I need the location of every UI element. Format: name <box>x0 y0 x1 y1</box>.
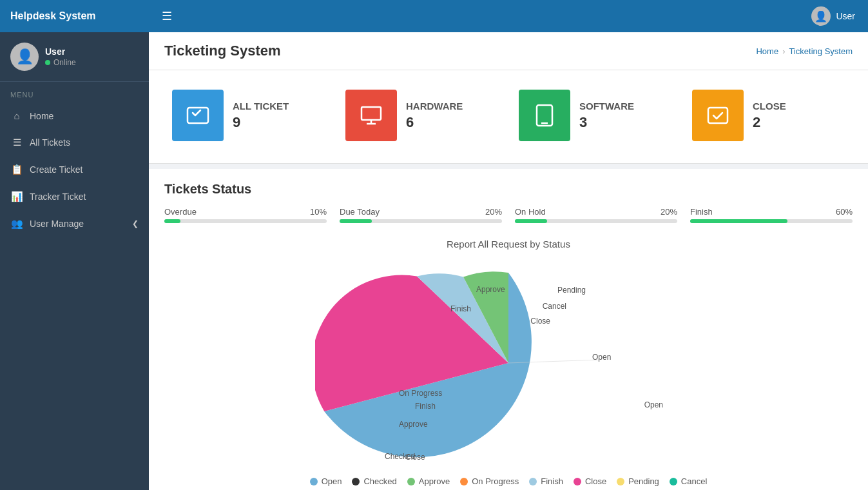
breadcrumb-separator: › <box>782 46 785 56</box>
stat-card-all-ticket: ALL TICKET 9 <box>162 83 335 148</box>
user-name: User <box>45 46 76 57</box>
topbar-avatar: 👤 <box>811 6 831 26</box>
user-info: User Online <box>45 46 76 67</box>
legend-dot-6 <box>617 478 624 485</box>
legend-label-2: Approve <box>419 476 450 486</box>
progress-label-1: Due Today <box>340 207 380 217</box>
stat-value-close: 2 <box>753 114 786 131</box>
legend-label-6: Pending <box>628 476 659 486</box>
avatar: 👤 <box>10 43 39 71</box>
page-header: Ticketing System Home › Ticketing System <box>149 32 868 70</box>
legend-dot-1 <box>352 478 360 485</box>
progress-pct-1: 20% <box>485 207 502 217</box>
progress-bar-fill-3 <box>690 219 787 223</box>
legend-item-1: Checked <box>352 476 396 486</box>
progress-bar-bg-0 <box>164 219 327 223</box>
pie-chart-wrapper: Open Close Finish Approve Pending Cancel… <box>315 260 702 466</box>
stat-value-software: 3 <box>579 114 634 131</box>
topbar-right: 👤 User <box>811 6 855 26</box>
legend-item-0: Open <box>310 476 342 486</box>
pie-label-close: Close <box>530 317 550 326</box>
progress-label-2: On Hold <box>515 207 546 217</box>
label-approve: Approve <box>476 285 505 294</box>
label-finish: Finish <box>450 304 471 313</box>
sidebar-item-all-tickets[interactable]: ☰ All Tickets <box>0 129 149 156</box>
sidebar-item-user-manage[interactable]: 👥 User Manage ❮ <box>0 210 149 237</box>
progress-item-1: Due Today 20% <box>340 207 502 223</box>
legend-label-1: Checked <box>363 476 396 486</box>
user-profile: 👤 User Online <box>0 32 149 82</box>
progress-label-3: Finish <box>690 207 713 217</box>
sidebar-item-tracker-ticket-label: Tracker Ticket <box>30 191 86 202</box>
legend-dot-3 <box>460 478 468 485</box>
stat-value-all-ticket: 9 <box>233 114 289 131</box>
sidebar-item-home-label: Home <box>30 111 53 121</box>
progress-grid: Overdue 10% Due Today 20% On Hold 20% Fi… <box>164 207 853 223</box>
stat-value-hardware: 6 <box>406 114 463 131</box>
chart-container: Report All Request by Status <box>164 239 853 486</box>
user-status: Online <box>45 58 76 67</box>
stat-card-close: CLOSE 2 <box>682 83 855 148</box>
topbar-username: User <box>836 11 855 21</box>
stat-info-close: CLOSE 2 <box>753 101 786 131</box>
legend-item-7: Cancel <box>670 476 707 486</box>
legend-item-3: On Progress <box>460 476 519 486</box>
progress-bar-fill-1 <box>340 219 372 223</box>
chart-legend: Open Checked Approve On Progress Finish … <box>310 476 708 486</box>
main-content: ☰ 👤 User Ticketing System Home › Ticketi… <box>149 0 868 490</box>
stat-label-software: SOFTWARE <box>579 101 634 112</box>
progress-item-0: Overdue 10% <box>164 207 327 223</box>
progress-bar-fill-2 <box>515 219 547 223</box>
legend-item-4: Finish <box>529 476 563 486</box>
hamburger-icon[interactable]: ☰ <box>162 9 172 23</box>
legend-label-5: Close <box>585 476 606 486</box>
pie-label-approve: Approve <box>399 420 428 429</box>
tracker-icon: 📊 <box>10 191 23 202</box>
sidebar-item-create-ticket[interactable]: 📋 Create Ticket <box>0 156 149 183</box>
stat-info-all-ticket: ALL TICKET 9 <box>233 101 289 131</box>
sidebar-item-tracker-ticket[interactable]: 📊 Tracker Ticket <box>0 183 149 210</box>
svg-rect-0 <box>188 108 208 123</box>
progress-item-3: Finish 60% <box>690 207 853 223</box>
tickets-status-section: Tickets Status Overdue 10% Due Today 20%… <box>149 169 868 490</box>
progress-item-2: On Hold 20% <box>515 207 677 223</box>
sidebar-nav: ⌂ Home ☰ All Tickets 📋 Create Ticket 📊 T… <box>0 103 149 237</box>
content-area: Ticketing System Home › Ticketing System… <box>149 32 868 490</box>
progress-pct-2: 20% <box>661 207 677 217</box>
label-open: Open <box>592 353 611 362</box>
pie-label-on-progress: On Progress <box>399 389 442 398</box>
svg-rect-6 <box>708 108 728 123</box>
legend-item-5: Close <box>574 476 606 486</box>
stat-icon-hardware <box>345 90 397 141</box>
breadcrumb: Home › Ticketing System <box>756 46 853 56</box>
stat-icon-software <box>519 90 570 141</box>
legend-label-4: Finish <box>541 476 563 486</box>
users-icon: 👥 <box>10 218 23 230</box>
progress-label-0: Overdue <box>164 207 197 217</box>
stat-label-close: CLOSE <box>753 101 786 112</box>
section-title: Tickets Status <box>164 182 853 197</box>
pie-label-finish-side: Finish <box>415 402 436 411</box>
stat-icon-close <box>692 90 744 141</box>
ticket-icon: 📋 <box>10 164 23 175</box>
topbar-user: 👤 User <box>811 6 855 26</box>
pie-label-open: Open <box>644 400 663 409</box>
stat-card-software: SOFTWARE 3 <box>508 83 682 148</box>
progress-bar-bg-3 <box>690 219 853 223</box>
stat-label-hardware: HARDWARE <box>406 101 463 112</box>
progress-pct-0: 10% <box>310 207 327 217</box>
sidebar-item-user-manage-label: User Manage <box>30 219 84 229</box>
sidebar-item-home[interactable]: ⌂ Home <box>0 103 149 129</box>
page-title: Ticketing System <box>164 43 281 59</box>
stat-card-hardware: HARDWARE 6 <box>335 83 508 148</box>
sidebar-item-create-ticket-label: Create Ticket <box>30 164 82 175</box>
status-dot-icon <box>45 60 50 65</box>
chevron-right-icon: ❮ <box>132 219 139 228</box>
progress-bar-fill-0 <box>164 219 180 223</box>
app-title: Helpdesk System <box>10 10 96 22</box>
stat-info-hardware: HARDWARE 6 <box>406 101 463 131</box>
stats-grid: ALL TICKET 9 HARDWARE 6 SOFTWARE 3 CLOSE… <box>149 70 868 164</box>
sidebar: Helpdesk System 👤 User Online Menu ⌂ Hom… <box>0 0 149 490</box>
legend-dot-5 <box>574 478 581 485</box>
breadcrumb-home[interactable]: Home <box>756 46 778 56</box>
